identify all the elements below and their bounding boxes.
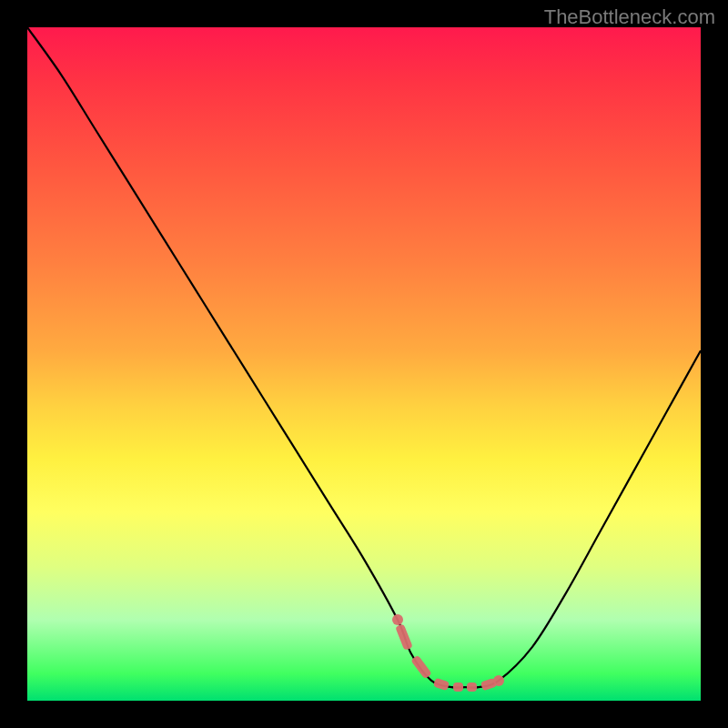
highlight-dot xyxy=(396,623,414,651)
plot-area xyxy=(27,27,701,701)
highlight-dot xyxy=(433,677,450,691)
bottleneck-curve xyxy=(27,27,701,701)
highlight-dot xyxy=(467,682,476,692)
highlight-dot xyxy=(410,655,432,680)
attribution-label: TheBottleneck.com xyxy=(544,5,715,29)
highlight-dot xyxy=(493,675,504,686)
highlight-dot xyxy=(453,682,462,692)
